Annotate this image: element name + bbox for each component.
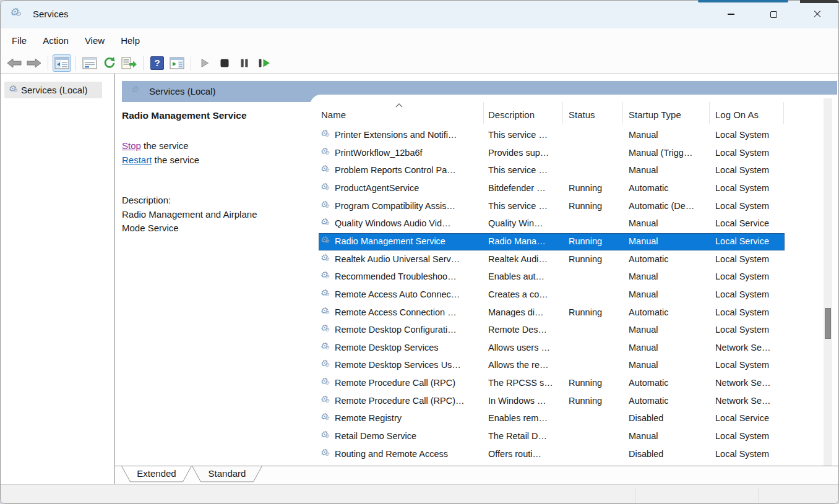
service-gear-icon: ⚙⚙	[320, 359, 330, 370]
service-gear-icon: ⚙⚙	[320, 412, 330, 423]
back-button[interactable]	[5, 54, 24, 72]
cell-log-on-as: Local System	[715, 307, 785, 317]
minimize-button[interactable]	[716, 1, 745, 28]
toolbar-separator	[191, 56, 191, 70]
table-row[interactable]: ⚙⚙ Recommended Troubleshoo… Enables aut……	[310, 268, 837, 286]
cell-log-on-as: Local System	[715, 148, 785, 158]
cell-log-on-as: Local System	[715, 325, 785, 335]
extended-info-panel: Radio Management Service Stop the servic…	[122, 102, 310, 466]
vertical-scrollbar[interactable]	[824, 98, 832, 466]
table-row[interactable]: ⚙⚙ PrintWorkflow_12ba6f Provides sup… Ma…	[310, 145, 837, 163]
column-header-startup-type[interactable]: Startup Type	[629, 109, 681, 120]
start-service-button[interactable]	[196, 54, 214, 72]
restart-service-button[interactable]	[255, 54, 273, 72]
cell-log-on-as: Local Service	[715, 236, 785, 246]
column-header-description[interactable]: Description	[488, 109, 535, 120]
column-separator[interactable]	[783, 102, 784, 124]
pause-service-button[interactable]	[235, 54, 254, 72]
service-gear-icon: ⚙⚙	[320, 377, 330, 388]
cell-name: Remote Access Auto Connec…	[335, 289, 486, 299]
cell-log-on-as: Local System	[715, 201, 785, 211]
column-separator[interactable]	[562, 102, 563, 124]
table-row[interactable]: ⚙⚙ Routing and Remote Access Offers rout…	[310, 446, 837, 464]
cell-startup-type: Manual	[629, 271, 712, 281]
cell-description: The Retail D…	[488, 431, 565, 441]
cell-startup-type: Manual	[629, 165, 712, 175]
stop-service-button[interactable]	[215, 54, 234, 72]
toolbar-separator	[75, 56, 76, 70]
cell-startup-type: Manual	[629, 236, 712, 246]
cell-status: Running	[569, 236, 626, 246]
cell-name: PrintWorkflow_12ba6f	[335, 148, 486, 158]
cell-description: This service …	[488, 201, 565, 211]
stop-service-link[interactable]: Stop	[122, 140, 141, 151]
maximize-button[interactable]	[759, 1, 788, 28]
stop-service-icon	[220, 58, 230, 68]
refresh-button[interactable]	[100, 54, 119, 72]
column-separator[interactable]	[483, 102, 484, 124]
service-gear-icon: ⚙⚙	[320, 448, 330, 459]
column-separator[interactable]	[709, 102, 710, 124]
restart-service-icon	[257, 58, 271, 68]
properties-button[interactable]	[80, 54, 99, 72]
cell-name: Realtek Audio Universal Serv…	[335, 254, 486, 264]
table-row[interactable]: ⚙⚙ Remote Procedure Call (RPC) The RPCSS…	[310, 375, 837, 393]
menu-help[interactable]: Help	[113, 32, 148, 49]
tab-standard[interactable]: Standard	[192, 466, 262, 482]
menu-file[interactable]: File	[4, 32, 35, 49]
restart-service-link[interactable]: Restart	[122, 155, 152, 165]
table-row[interactable]: ⚙⚙ Printer Extensions and Notifi… This s…	[310, 127, 837, 145]
close-button[interactable]	[803, 1, 832, 28]
table-row[interactable]: ⚙⚙ Program Compatibility Assis… This ser…	[310, 198, 837, 216]
toolbar-separator	[143, 56, 144, 70]
table-row[interactable]: ⚙⚙ Realtek Audio Universal Serv… Realtek…	[310, 251, 837, 269]
table-row[interactable]: ⚙⚙ Remote Desktop Services Us… Allows th…	[310, 357, 837, 375]
cell-description: This service …	[488, 165, 565, 175]
forward-button[interactable]	[25, 54, 43, 72]
selected-service-title: Radio Management Service	[122, 110, 247, 121]
service-gear-icon: ⚙⚙	[320, 395, 330, 406]
cell-status: Running	[569, 183, 626, 193]
table-row[interactable]: ⚙⚙ Remote Procedure Call (RPC)… In Windo…	[310, 393, 837, 411]
cell-name: Remote Registry	[335, 413, 486, 423]
table-row[interactable]: ⚙⚙ Remote Desktop Services Allows users …	[310, 340, 837, 357]
show-action-pane-button[interactable]	[168, 54, 186, 72]
tree-item-services-local[interactable]: ⚙⚙ Services (Local)	[4, 82, 102, 98]
cell-startup-type: Automatic	[629, 307, 712, 317]
table-row[interactable]: ⚙⚙ ProductAgentService Bitdefender … Run…	[310, 180, 837, 198]
table-row[interactable]: ⚙⚙ Problem Reports Control Pa… This serv…	[310, 162, 837, 180]
cell-description: Realtek Audi…	[488, 254, 565, 264]
cell-status: Running	[569, 307, 626, 317]
properties-icon	[82, 57, 97, 69]
cell-log-on-as: Local System	[715, 130, 785, 140]
tab-label: Extended	[121, 468, 192, 479]
cell-log-on-as: Local System	[715, 360, 785, 370]
show-console-tree-button[interactable]	[53, 54, 71, 72]
table-row[interactable]: ⚙⚙ Remote Registry Enables rem… Disabled…	[310, 410, 837, 428]
service-gear-icon: ⚙⚙	[320, 164, 330, 175]
table-row[interactable]: ⚙⚙ Remote Access Connection … Manages di…	[310, 304, 837, 322]
tab-extended[interactable]: Extended	[121, 466, 192, 482]
column-header-status[interactable]: Status	[569, 109, 595, 120]
table-row[interactable]: ⚙⚙ Remote Access Auto Connec… Creates a …	[310, 286, 837, 304]
export-list-button[interactable]	[120, 54, 139, 72]
table-row[interactable]: ⚙⚙ Quality Windows Audio Vid… Quality Wi…	[310, 215, 837, 233]
table-row[interactable]: ⚙⚙ Remote Desktop Configurati… Remote De…	[310, 322, 837, 340]
banner-title: Services (Local)	[149, 86, 216, 96]
menu-action[interactable]: Action	[35, 32, 77, 49]
scrollbar-thumb[interactable]	[825, 308, 831, 339]
forward-arrow-icon	[26, 58, 42, 69]
services-gear-icon: ⚙⚙	[9, 7, 22, 19]
table-row[interactable]: ⚙⚙ Retail Demo Service The Retail D… Man…	[310, 428, 837, 446]
cell-name: Routing and Remote Access	[335, 449, 486, 459]
menu-view[interactable]: View	[77, 32, 113, 49]
column-header-name[interactable]: Name	[321, 109, 346, 120]
column-separator[interactable]	[622, 102, 623, 124]
cell-startup-type: Manual (Trigg…	[629, 148, 712, 158]
column-header-log-on-as[interactable]: Log On As	[715, 109, 759, 120]
table-row[interactable]: ⚙⚙ Radio Management Service Radio Mana… …	[310, 233, 837, 251]
cell-startup-type: Automatic	[629, 378, 712, 388]
help-button[interactable]: ?	[148, 54, 166, 72]
cell-description: In Windows …	[488, 396, 565, 406]
services-window: ⚙⚙ Services File Action View Help	[0, 0, 839, 504]
